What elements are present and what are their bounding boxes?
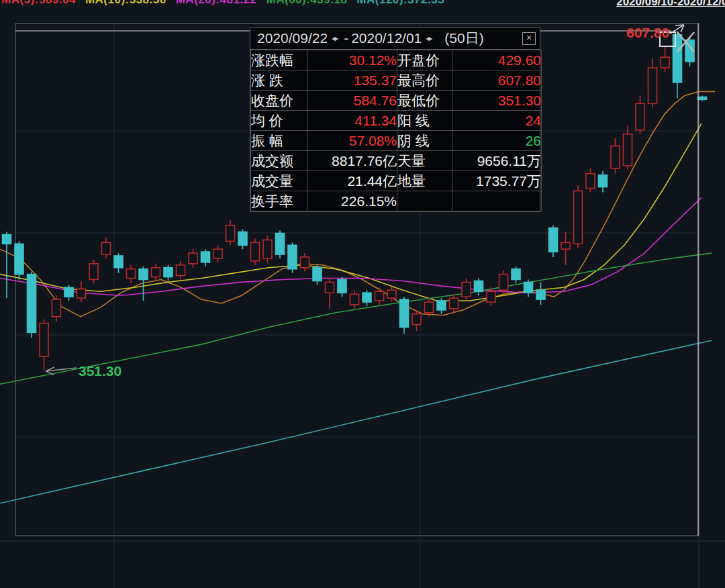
stat-value: 57.08% bbox=[307, 131, 397, 151]
end-date-stepper-icon[interactable]: ◂▸ bbox=[426, 34, 431, 43]
candle-down bbox=[512, 269, 520, 280]
range-stats-panel: 2020/09/22 ◂▸ - 2020/12/01 ◂▸ (50日) × 涨跌… bbox=[250, 27, 540, 212]
stat-value: 411.34 bbox=[307, 111, 397, 131]
candle-up bbox=[189, 253, 197, 264]
stats-row: 涨跌幅30.12%开盘价429.60 bbox=[251, 50, 542, 70]
stat-label: 阴 线 bbox=[397, 131, 452, 151]
candle-up bbox=[226, 226, 235, 242]
candle-up bbox=[586, 174, 595, 189]
candle-down bbox=[313, 268, 322, 281]
candle-down bbox=[524, 282, 533, 293]
stats-row: 振 幅57.08%阴 线26 bbox=[251, 131, 542, 151]
ma120-legend: MA(120):372.35 bbox=[356, 0, 444, 6]
candle-up bbox=[89, 264, 98, 280]
candle-down bbox=[400, 299, 409, 327]
stat-value: 429.60 bbox=[452, 50, 542, 70]
candle-down bbox=[201, 252, 210, 262]
candle-up bbox=[263, 240, 272, 258]
panel-header: 2020/09/22 ◂▸ - 2020/12/01 ◂▸ (50日) × bbox=[250, 28, 540, 50]
candle-up bbox=[350, 294, 359, 305]
candle-up bbox=[387, 290, 396, 298]
stat-value: 9656.11万 bbox=[452, 151, 542, 171]
candle-up bbox=[251, 242, 260, 261]
low-price-arrow-icon bbox=[46, 367, 77, 375]
high-price-annotation: 607.80 bbox=[626, 25, 669, 41]
close-icon[interactable]: × bbox=[522, 32, 536, 45]
candle-up bbox=[624, 134, 632, 166]
stat-label: 换手率 bbox=[251, 191, 307, 211]
candle-down bbox=[599, 175, 608, 187]
candle-down bbox=[362, 293, 371, 302]
end-date: 2020/12/01 bbox=[351, 30, 422, 46]
stat-value: 584.76 bbox=[307, 91, 397, 111]
candle-down bbox=[673, 35, 682, 83]
stat-label: 振 幅 bbox=[251, 131, 307, 151]
ma5-legend: MA(5):569.04 bbox=[1, 0, 76, 6]
ma20-legend: MA(20):481.22 bbox=[176, 0, 257, 6]
stats-row: 均 价411.34阳 线24 bbox=[251, 111, 542, 131]
candle-up bbox=[425, 302, 434, 313]
candle-down bbox=[698, 97, 707, 99]
ma60-legend: MA(60):439.18 bbox=[267, 0, 348, 6]
candle-down bbox=[437, 301, 446, 310]
stat-label: 天量 bbox=[397, 151, 452, 171]
stat-value bbox=[452, 191, 542, 211]
ma-legend: MA(5):569.04MA(10):538.56MA(20):481.22MA… bbox=[1, 0, 454, 5]
candle-down bbox=[549, 228, 558, 252]
stats-row: 换手率226.15% bbox=[251, 191, 542, 211]
stats-table: 涨跌幅30.12%开盘价429.60涨 跌135.37最高价607.80收盘价5… bbox=[250, 50, 542, 211]
stat-label: 收盘价 bbox=[251, 91, 307, 111]
candle-down bbox=[338, 280, 346, 293]
stat-value: 30.12% bbox=[307, 50, 397, 70]
stats-row: 成交量21.44亿地量1735.77万 bbox=[251, 171, 542, 191]
stat-value: 8817.76亿 bbox=[307, 151, 397, 171]
day-count-label: (50日) bbox=[444, 29, 483, 48]
visible-range-link[interactable]: 2020/09/10-2020/12/01 bbox=[616, 0, 725, 9]
stat-value: 24 bbox=[452, 111, 542, 131]
stat-value: 226.15% bbox=[307, 191, 397, 211]
candle-down bbox=[114, 256, 123, 268]
stat-value: 135.37 bbox=[307, 70, 397, 91]
candle-up bbox=[326, 282, 334, 293]
candle-down bbox=[3, 234, 11, 244]
candle-up bbox=[412, 314, 421, 325]
stat-label: 成交量 bbox=[251, 171, 307, 191]
stat-label: 最低价 bbox=[397, 91, 452, 111]
ma10-legend: MA(10):538.56 bbox=[85, 0, 166, 6]
low-price-annotation: 351.30 bbox=[79, 363, 122, 379]
candle-up bbox=[77, 289, 86, 298]
stat-value: 607.80 bbox=[452, 70, 542, 91]
candle-up bbox=[636, 103, 644, 130]
candle-up bbox=[499, 275, 508, 291]
stats-row: 成交额8817.76亿天量9656.11万 bbox=[251, 151, 542, 171]
candle-up bbox=[152, 268, 160, 277]
stats-row: 涨 跌135.37最高价607.80 bbox=[251, 70, 542, 91]
candle-up bbox=[40, 324, 48, 356]
stat-label: 最高价 bbox=[397, 70, 452, 91]
date-dash: - bbox=[344, 30, 348, 46]
candle-down bbox=[64, 287, 73, 297]
candle-up bbox=[127, 269, 136, 279]
stat-label: 涨 跌 bbox=[251, 70, 307, 91]
candle-up bbox=[102, 242, 111, 254]
stat-label: 开盘价 bbox=[397, 50, 452, 70]
start-date-stepper-icon[interactable]: ◂▸ bbox=[332, 34, 337, 43]
stat-label: 成交额 bbox=[251, 151, 307, 171]
stat-label: 阳 线 bbox=[397, 111, 452, 131]
candle-down bbox=[475, 281, 483, 291]
candle-up bbox=[177, 265, 185, 276]
candle-up bbox=[213, 249, 222, 258]
candle-down bbox=[15, 244, 23, 274]
candle-down bbox=[164, 268, 173, 277]
candle-down bbox=[288, 245, 297, 268]
candle-up bbox=[611, 146, 620, 168]
stat-value: 1735.77万 bbox=[452, 171, 542, 191]
candle-up bbox=[301, 257, 309, 268]
candle-up bbox=[375, 291, 384, 301]
candle-up bbox=[661, 57, 669, 68]
start-date: 2020/09/22 bbox=[257, 30, 328, 46]
stat-label: 均 价 bbox=[251, 111, 307, 131]
stat-value: 21.44亿 bbox=[307, 171, 397, 191]
stat-value: 26 bbox=[452, 131, 542, 151]
stats-row: 收盘价584.76最低价351.30 bbox=[251, 91, 542, 111]
